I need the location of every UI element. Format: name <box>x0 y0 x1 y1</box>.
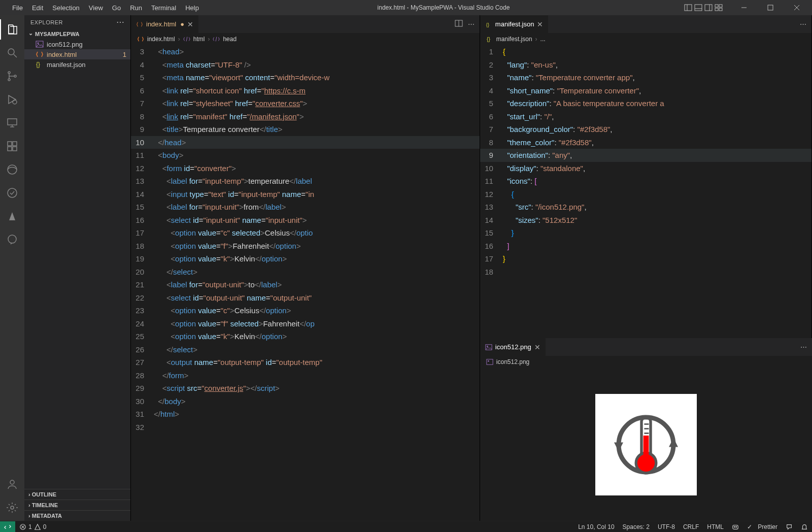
titlebar: FileEditSelectionViewGoRunTerminalHelp i… <box>0 0 812 15</box>
file-tree: icon512.pngindex.html1{}manifest.json <box>24 38 130 71</box>
editor-more-icon[interactable]: ⋯ <box>468 20 475 28</box>
close-button[interactable] <box>786 0 808 15</box>
tab-index-html[interactable]: index.html ● ✕ <box>131 15 199 33</box>
image-file-icon <box>36 40 44 48</box>
svg-rect-7 <box>719 5 722 7</box>
menu-terminal[interactable]: Terminal <box>147 2 180 14</box>
svg-point-33 <box>38 43 39 44</box>
section-timeline[interactable]: TIMELINE <box>24 500 130 510</box>
svg-point-42 <box>488 360 489 362</box>
svg-point-28 <box>8 188 17 197</box>
menu-run[interactable]: Run <box>126 2 146 14</box>
notifications-icon[interactable] <box>797 523 812 530</box>
menu-file[interactable]: File <box>8 2 27 14</box>
tab-manifest-json[interactable]: {} manifest.json ✕ <box>480 15 549 33</box>
extensions-activity-icon[interactable] <box>0 136 24 156</box>
svg-rect-20 <box>8 119 17 125</box>
html-file-icon <box>136 21 143 28</box>
copilot-status-icon[interactable] <box>728 523 743 530</box>
tab-bar: index.html ● ✕ ⋯ <box>131 15 480 33</box>
customize-layout-icon[interactable] <box>715 4 723 12</box>
azure-activity-icon[interactable] <box>0 206 24 226</box>
maximize-button[interactable] <box>759 0 782 15</box>
menu-bar: FileEditSelectionViewGoRunTerminalHelp <box>8 2 203 14</box>
settings-activity-icon[interactable] <box>0 497 24 518</box>
prettier-status[interactable]: ✓ Prettier <box>743 523 782 530</box>
indentation-status[interactable]: Spaces: 2 <box>619 523 654 530</box>
language-status[interactable]: HTML <box>703 523 728 530</box>
cursor-position[interactable]: Ln 10, Col 10 <box>574 523 618 530</box>
svg-point-29 <box>8 235 16 243</box>
problems-status[interactable]: 1 0 <box>15 523 50 530</box>
svg-rect-6 <box>715 5 718 7</box>
status-bar: 1 0 Ln 10, Col 10 Spaces: 2 UTF-8 CRLF H… <box>0 521 812 532</box>
svg-rect-54 <box>733 525 738 529</box>
accounts-activity-icon[interactable] <box>0 474 24 494</box>
svg-rect-4 <box>705 5 712 11</box>
edge-activity-icon[interactable] <box>0 159 24 180</box>
file-item-manifest-json[interactable]: {}manifest.json <box>24 59 130 70</box>
minimize-button[interactable] <box>733 0 755 15</box>
eol-status[interactable]: CRLF <box>679 523 703 530</box>
editor-more-icon[interactable]: ⋯ <box>800 343 807 351</box>
layout-controls[interactable] <box>684 4 723 12</box>
source-control-activity-icon[interactable] <box>0 66 24 86</box>
file-item-index-html[interactable]: index.html1 <box>24 49 130 59</box>
menu-selection[interactable]: Selection <box>48 2 83 14</box>
toggle-secondary-icon[interactable] <box>704 4 713 12</box>
close-tab-icon[interactable]: ✕ <box>187 20 193 28</box>
svg-point-27 <box>8 165 17 174</box>
tag-icon <box>213 36 220 43</box>
menu-help[interactable]: Help <box>181 2 203 14</box>
svg-rect-25 <box>8 147 12 151</box>
svg-rect-41 <box>487 359 493 365</box>
code-editor[interactable]: 1{2 "lang": "en-us",3 "name": "Temperatu… <box>480 45 811 338</box>
breadcrumbs[interactable]: icon512.png <box>480 356 812 368</box>
tab-icon512-png[interactable]: icon512.png ✕ <box>480 338 546 356</box>
run-activity-icon[interactable] <box>0 89 24 110</box>
file-item-icon512-png[interactable]: icon512.png <box>24 39 130 49</box>
testing-activity-icon[interactable] <box>0 183 24 203</box>
remote-indicator[interactable] <box>0 521 15 532</box>
window-title: index.html - MySamplePWA - Visual Studio… <box>205 4 682 11</box>
editor-group-right-bottom: icon512.png ✕ ⋯ icon512.png <box>480 338 812 521</box>
svg-rect-23 <box>8 142 12 146</box>
image-preview[interactable] <box>480 368 812 521</box>
code-editor[interactable]: 3 <head>4 <meta charset="UTF-8" />5 <met… <box>131 45 480 521</box>
breadcrumbs[interactable]: index.html›html›head <box>131 33 480 45</box>
toggle-panel-icon[interactable] <box>694 4 702 12</box>
explorer-sidebar: EXPLORER ⋯ MYSAMPLEPWA icon512.pngindex.… <box>24 15 131 521</box>
feedback-icon[interactable] <box>782 523 797 530</box>
section-metadata[interactable]: METADATA <box>24 510 130 521</box>
workspace-folder[interactable]: MYSAMPLEPWA <box>24 29 130 38</box>
close-tab-icon[interactable]: ✕ <box>534 343 540 351</box>
svg-line-15 <box>14 54 17 57</box>
svg-marker-44 <box>669 438 678 447</box>
json-icon: {} <box>486 36 493 43</box>
encoding-status[interactable]: UTF-8 <box>654 523 679 530</box>
svg-rect-24 <box>13 142 17 146</box>
menu-go[interactable]: Go <box>108 2 125 14</box>
svg-rect-47 <box>644 436 649 461</box>
editor-group-right-top: {} manifest.json ✕ ⋯ {}manifest.json›...… <box>480 15 812 338</box>
explorer-more-icon[interactable]: ⋯ <box>116 20 125 24</box>
thermometer-convert-icon <box>600 399 692 490</box>
close-tab-icon[interactable]: ✕ <box>537 20 543 28</box>
activity-bar <box>0 15 24 521</box>
search-activity-icon[interactable] <box>0 43 24 63</box>
svg-point-40 <box>487 346 488 347</box>
editor-more-icon[interactable]: ⋯ <box>800 20 806 28</box>
menu-view[interactable]: View <box>85 2 107 14</box>
chat-activity-icon[interactable] <box>0 229 24 250</box>
explorer-activity-icon[interactable] <box>0 19 24 40</box>
tag-icon <box>183 36 190 43</box>
menu-edit[interactable]: Edit <box>28 2 47 14</box>
svg-marker-43 <box>614 442 623 451</box>
section-outline[interactable]: OUTLINE <box>24 489 130 500</box>
svg-point-17 <box>8 79 10 81</box>
split-editor-icon[interactable] <box>455 19 463 29</box>
breadcrumbs[interactable]: {}manifest.json›... <box>480 33 811 45</box>
remote-explorer-activity-icon[interactable] <box>0 113 24 133</box>
html-icon <box>137 36 144 43</box>
toggle-sidebar-icon[interactable] <box>684 4 692 12</box>
